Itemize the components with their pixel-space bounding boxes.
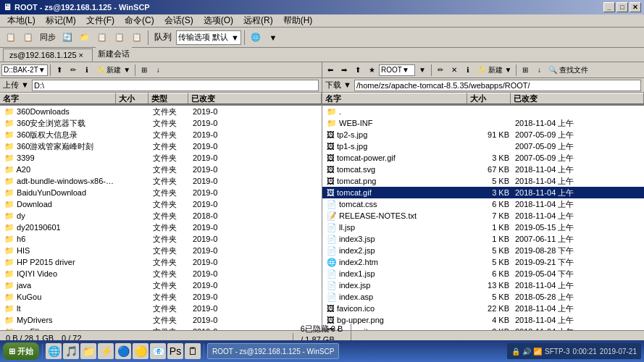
left-file-row[interactable]: 📁 360Downloads 文件夹 2019-0 [0, 106, 322, 117]
left-file-row[interactable]: 📁 oneFIle 文件夹 2019-0 [0, 326, 322, 330]
taskbar-media[interactable]: 🎵 [63, 343, 79, 359]
right-file-row[interactable]: 📄 index2.jsp 5 KB 2019-08-28 下午 [322, 245, 644, 256]
right-new-btn[interactable]: ✨ 新建 ▼ [475, 64, 514, 77]
taskbar-winscp[interactable]: ROOT - zs@192.168.1.125 - WinSCP [207, 343, 339, 359]
left-edit-btn[interactable]: ✏ [67, 64, 80, 77]
right-file-row[interactable]: 📄 tomcat.css 6 KB 2018-11-04 上午 [322, 198, 644, 210]
left-file-row[interactable]: 📁 Download 文件夹 2019-0 [0, 198, 322, 210]
left-file-row[interactable]: 📁 java 文件夹 2019-0 [0, 279, 322, 291]
right-btn-3[interactable]: ⬆ [351, 64, 364, 77]
left-file-row[interactable]: 📁 HIS 文件夹 2019-0 [0, 245, 322, 256]
right-sort-btn[interactable]: ↓ [532, 64, 545, 77]
right-addr-input[interactable] [354, 80, 641, 91]
right-col-name[interactable]: 名字 [322, 93, 467, 104]
right-file-list[interactable]: 📁 . 📁 WEB-INF 2018-11-04 上午 🖼 tp2-s.jpg … [322, 106, 644, 330]
left-file-row[interactable]: 📁 3399 文件夹 2019-0 [0, 152, 322, 164]
dropdown-arrow[interactable]: ▼ [231, 33, 239, 42]
right-file-row[interactable]: 📄 index.asp 5 KB 2018-05-28 上午 [322, 291, 644, 303]
left-file-row[interactable]: 📁 KuGou 文件夹 2019-0 [0, 291, 322, 303]
taskbar-ps[interactable]: Ps [167, 343, 183, 359]
right-btn-2[interactable]: ➡ [338, 64, 351, 77]
right-nav-btn[interactable]: ▼ [416, 64, 429, 77]
taskbar-thunder[interactable]: ⚡ [98, 343, 114, 359]
right-file-row[interactable]: 🖼 favicon.ico 22 KB 2018-11-04 上午 [322, 303, 644, 314]
right-file-row[interactable]: 📄 index1.jsp 6 KB 2019-05-04 下午 [322, 268, 644, 279]
toolbar-btn-3[interactable]: 🔄 [59, 30, 75, 46]
right-view-btn[interactable]: ⊞ [519, 64, 532, 77]
maximize-button[interactable]: □ [616, 2, 628, 12]
drive-selector[interactable]: D:: BAK-2T ▼ [1, 64, 48, 76]
left-file-row[interactable]: 📁 360游戏管家巅峰时刻 文件夹 2019-0 [0, 140, 322, 152]
left-addr-input[interactable] [32, 80, 319, 91]
root-selector[interactable]: ROOT ▼ [379, 64, 415, 76]
taskbar-icon4[interactable]: 🗒 [185, 343, 201, 359]
right-file-row[interactable]: 📄 index.jsp 13 KB 2018-11-04 上午 [322, 279, 644, 291]
menu-help[interactable]: 帮助(H) [279, 14, 317, 28]
menu-session[interactable]: 会话(S) [160, 14, 198, 28]
toolbar-btn-6[interactable]: 📋 [112, 30, 127, 46]
right-col-date[interactable]: 已改变 [511, 93, 644, 104]
right-file-row[interactable]: 🖼 tp1-s.jpg 2007-05-09 上午 [322, 140, 644, 152]
taskbar-folder[interactable]: 📁 [80, 343, 96, 359]
taskbar-icon2[interactable]: 🟡 [133, 343, 149, 359]
left-file-list[interactable]: 📁 360Downloads 文件夹 2019-0 📁 360安全浏览器下载 文… [0, 106, 322, 330]
menu-remote[interactable]: 远程(R) [239, 14, 277, 28]
left-col-type[interactable]: 类型 [149, 93, 188, 104]
right-file-row[interactable]: 📁 WEB-INF 2018-11-04 上午 [322, 117, 644, 129]
right-bookmark-btn[interactable]: ★ [365, 64, 378, 77]
toolbar-btn-8[interactable]: 🌐 [248, 30, 264, 46]
left-file-row[interactable]: 📁 360版权大信息录 文件夹 2019-0 [0, 129, 322, 140]
left-file-row[interactable]: 📁 A20 文件夹 2019-0 [0, 164, 322, 175]
right-file-row[interactable]: 🖼 tp2-s.jpg 91 KB 2007-05-09 上午 [322, 129, 644, 140]
right-file-row[interactable]: 🖼 tomcat-power.gif 3 KB 2007-05-09 上午 [322, 152, 644, 164]
toolbar-btn-9[interactable]: ▼ [265, 30, 281, 46]
left-file-row[interactable]: 📁 adt-bundle-windows-x86-20130917 文件夹 20… [0, 175, 322, 187]
new-session-button[interactable]: 新建会话 [96, 46, 132, 62]
taskbar-ie[interactable]: 🌐 [46, 343, 62, 359]
left-file-row[interactable]: 📁 dy20190601 文件夹 2019-0 [0, 222, 322, 233]
minimize-button[interactable]: _ [603, 2, 615, 12]
taskbar-icon3[interactable]: 📧 [150, 343, 166, 359]
right-file-row[interactable]: 🖼 tomcat.gif 3 KB 2018-11-04 上午 [322, 187, 644, 198]
toolbar-btn-4[interactable]: 📁 [77, 30, 93, 46]
menu-file[interactable]: 文件(F) [82, 14, 119, 28]
start-button[interactable]: ⊞ 开始 [3, 342, 39, 360]
taskbar-icon1[interactable]: 🔵 [115, 343, 131, 359]
close-button[interactable]: ✕ [630, 2, 641, 12]
right-file-row[interactable]: 🖼 bg-nav-item.png 2 KB 2018-11-04 上午 [322, 326, 644, 330]
left-sort-btn[interactable]: ↓ [151, 64, 164, 77]
right-file-row[interactable]: 🖼 tomcat.svg 67 KB 2018-11-04 上午 [322, 164, 644, 175]
queue-dropdown[interactable]: 传输选项 默认 ▼ [176, 30, 241, 45]
left-col-date[interactable]: 已改变 [188, 93, 322, 104]
left-new-btn[interactable]: ✨ 新建 ▼ [94, 64, 133, 77]
root-dropdown-arrow[interactable]: ▼ [402, 66, 409, 74]
left-file-row[interactable]: 📁 h6 文件夹 2019-0 [0, 233, 322, 245]
find-files-btn[interactable]: 🔍 查找文件 [546, 64, 590, 77]
left-prop-btn[interactable]: ℹ [80, 64, 93, 77]
right-col-size[interactable]: 大小 [467, 93, 511, 104]
drive-dropdown-arrow[interactable]: ▼ [38, 66, 46, 74]
left-file-row[interactable]: 📁 dy 文件夹 2018-0 [0, 210, 322, 222]
toolbar-btn-5[interactable]: 📋 [94, 30, 110, 46]
left-file-row[interactable]: 📁 BaiduYunDownload 文件夹 2019-0 [0, 187, 322, 198]
left-col-name[interactable]: 名字 [0, 93, 116, 104]
sync-button[interactable]: 同步 [38, 30, 58, 46]
left-file-row[interactable]: 📁 360安全浏览器下载 文件夹 2019-0 [0, 117, 322, 129]
left-up-btn[interactable]: ⬆ [53, 64, 66, 77]
right-prop-btn[interactable]: ℹ [461, 64, 474, 77]
right-btn-1[interactable]: ⬅ [324, 64, 337, 77]
toolbar-btn-7[interactable]: 📋 [129, 30, 145, 46]
right-edit-btn[interactable]: ✏ [434, 64, 447, 77]
menu-local[interactable]: 本地(L) [3, 14, 40, 28]
left-file-row[interactable]: 📁 MyDrivers 文件夹 2019-0 [0, 314, 322, 326]
right-file-row[interactable]: 📁 . [322, 106, 644, 117]
left-file-row[interactable]: 📁 IQIYI Video 文件夹 2019-0 [0, 268, 322, 279]
toolbar-btn-1[interactable]: 📋 [3, 30, 19, 46]
left-file-row[interactable]: 📁 lt 文件夹 2019-0 [0, 303, 322, 314]
right-del-btn[interactable]: ✕ [448, 64, 461, 77]
right-file-row[interactable]: 📝 RELEASE-NOTES.txt 7 KB 2018-11-04 上午 [322, 210, 644, 222]
menu-mark[interactable]: 标记(M) [41, 14, 80, 28]
right-file-row[interactable]: 🖼 bg-upper.png 4 KB 2018-11-04 上午 [322, 314, 644, 326]
left-file-row[interactable]: 📁 HP P2015 driver 文件夹 2019-0 [0, 256, 322, 268]
menu-command[interactable]: 命令(C) [120, 14, 159, 28]
